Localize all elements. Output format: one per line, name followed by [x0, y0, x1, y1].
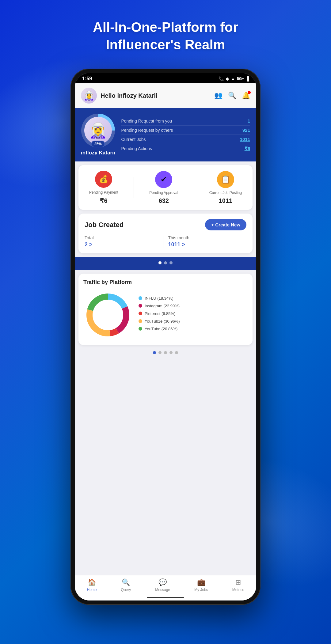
stat-current-jobs[interactable]: Current Jobs 1011	[121, 135, 250, 144]
metric-current-job-posting[interactable]: 📋 Current Job Posting 1011	[209, 171, 242, 204]
legend-item-youtube: YouTube (20.86%)	[139, 327, 248, 331]
job-total-label: Total	[85, 235, 158, 240]
nav-message[interactable]: 💬 Message	[155, 578, 170, 592]
traffic-section: Traffic by Platform	[78, 274, 253, 345]
job-total-stat[interactable]: Total 2 >	[85, 235, 163, 248]
stat-label-4: Pending Actions	[121, 146, 152, 151]
legend-dot-pinterest	[139, 312, 142, 315]
wifi-icon: ◆	[226, 76, 229, 81]
job-created-section: Job Created + Create New Total 2 > This …	[78, 214, 253, 253]
stat-pending-from-you[interactable]: Pending Request from you 1	[121, 116, 250, 126]
home-indicator	[75, 597, 256, 600]
query-label: Query	[121, 588, 131, 592]
metric-divider-1	[134, 177, 134, 198]
title-line2: Influencer's Realm	[106, 37, 225, 52]
job-created-title: Job Created	[85, 221, 124, 229]
job-month-value: 1011 >	[168, 241, 242, 248]
stat-pending-actions[interactable]: Pending Actions ₹6	[121, 144, 250, 153]
metric-pending-approval[interactable]: ✔ Pending Approval 632	[149, 171, 178, 204]
pagination-dark	[75, 257, 256, 270]
network-label: 5G+	[237, 77, 244, 81]
nav-query[interactable]: 🔍 Query	[121, 578, 131, 592]
chart-content: INFLU (18.34%) Instagram (22.99%) Pinter…	[83, 290, 248, 339]
home-bar	[147, 597, 184, 598]
stat-value-4: ₹6	[245, 146, 250, 151]
stat-value-2: 921	[242, 127, 250, 133]
notification-icon[interactable]: 🔔	[242, 92, 250, 100]
current-job-posting-label: Current Job Posting	[209, 191, 242, 195]
dot-2-4	[169, 351, 173, 354]
my-jobs-icon: 💼	[197, 578, 205, 586]
pending-approval-value: 632	[159, 197, 169, 204]
status-bar: 1:59 📞 ◆ ▲ 5G+ ▐	[75, 73, 256, 83]
profile-avatar: 🧝‍♀️	[89, 122, 107, 139]
pending-approval-label: Pending Approval	[149, 191, 178, 195]
dashboard-section: 🧝‍♀️ 25% inflozy Katarii Pending Request…	[75, 108, 256, 161]
metrics-label: Metrics	[232, 588, 244, 592]
bottom-pagination	[75, 349, 256, 357]
create-new-button[interactable]: + Create New	[205, 219, 246, 230]
svg-point-5	[93, 300, 123, 330]
pending-payment-label: Pending Payment	[89, 190, 118, 195]
search-icon[interactable]: 🔍	[228, 92, 236, 100]
home-label: Home	[87, 588, 97, 592]
dot-1-2	[164, 261, 167, 264]
title-line1: All-In-One-Platform for	[93, 20, 238, 35]
current-job-posting-icon: 📋	[217, 171, 234, 188]
legend-dot-influ	[139, 296, 142, 300]
my-jobs-label: My Jobs	[194, 588, 208, 592]
group-icon[interactable]: 👥	[214, 92, 223, 100]
stat-value-1: 1	[248, 118, 250, 123]
legend-label-pinterest: Pinterest (6.85%)	[145, 311, 175, 316]
dot-1-3	[169, 261, 173, 264]
job-month-label: This month	[168, 235, 242, 240]
legend-dot-youtube1	[139, 319, 142, 323]
current-job-posting-value: 1011	[219, 197, 233, 204]
status-time: 1:59	[82, 76, 92, 81]
dot-2-3	[164, 351, 167, 354]
metrics-icon: ⊞	[235, 578, 241, 586]
legend-label-youtube1: YouTub1e (30.96%)	[145, 319, 180, 324]
dot-1-active	[158, 261, 162, 264]
stats-grid: Pending Request from you 1 Pending Reque…	[121, 116, 250, 153]
legend-item-influ: INFLU (18.34%)	[139, 296, 248, 301]
metric-divider-2	[194, 177, 194, 198]
donut-chart	[83, 290, 132, 339]
pending-approval-icon: ✔	[155, 171, 172, 188]
stat-label-2: Pending Request by others	[121, 128, 173, 133]
chart-legend: INFLU (18.34%) Instagram (22.99%) Pinter…	[139, 296, 248, 334]
stat-value-3: 1011	[240, 137, 250, 142]
pending-payment-value: ₹6	[100, 197, 107, 204]
metric-pending-payment[interactable]: 💰 Pending Payment ₹6	[89, 171, 118, 204]
legend-label-instagram: Instagram (22.99%)	[145, 304, 180, 308]
profile-left: 🧝‍♀️ 25% inflozy Katarii	[81, 114, 115, 156]
profile-percent: 25%	[91, 141, 105, 147]
avatar: 🧝‍♀️	[81, 88, 97, 104]
legend-item-pinterest: Pinterest (6.85%)	[139, 311, 248, 316]
header-actions: 👥 🔍 🔔	[214, 92, 250, 100]
nav-home[interactable]: 🏠 Home	[87, 578, 97, 592]
stat-label-1: Pending Request from you	[121, 119, 172, 123]
page-title: All-In-One-Platform for Influencer's Rea…	[74, 18, 257, 53]
profile-circle: 🧝‍♀️ 25%	[81, 114, 115, 147]
dot-2-1	[153, 351, 156, 354]
battery-icon: ▐	[246, 76, 249, 81]
legend-dot-instagram	[139, 304, 142, 308]
stat-pending-by-others[interactable]: Pending Request by others 921	[121, 126, 250, 135]
stat-label-3: Current Jobs	[121, 137, 146, 142]
nav-metrics[interactable]: ⊞ Metrics	[232, 578, 244, 592]
dot-2-5	[175, 351, 178, 354]
legend-dot-youtube	[139, 327, 142, 331]
nav-my-jobs[interactable]: 💼 My Jobs	[194, 578, 208, 592]
metrics-row: 💰 Pending Payment ₹6 ✔ Pending Approval …	[78, 165, 253, 210]
legend-item-youtube1: YouTub1e (30.96%)	[139, 319, 248, 324]
home-icon: 🏠	[88, 578, 96, 586]
app-header: 🧝‍♀️ Hello inflozy Katarii 👥 🔍 🔔	[75, 83, 256, 108]
job-month-stat[interactable]: This month 1011 >	[163, 235, 247, 248]
chart-title: Traffic by Platform	[83, 279, 248, 286]
phone-frame: 1:59 📞 ◆ ▲ 5G+ ▐ 🧝‍♀️ Hello inflozy Kata…	[70, 69, 261, 605]
profile-name: inflozy Katarii	[81, 150, 115, 156]
legend-item-instagram: Instagram (22.99%)	[139, 304, 248, 308]
message-icon: 💬	[158, 578, 167, 586]
pending-payment-icon: 💰	[95, 171, 112, 188]
